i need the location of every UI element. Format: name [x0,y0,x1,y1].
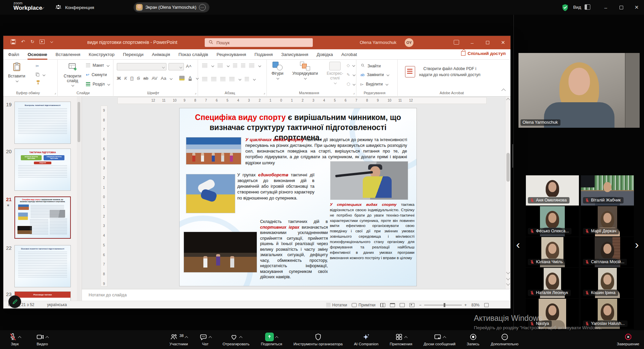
undo-icon[interactable]: ↶ [21,39,25,44]
clear-strike-icon[interactable]: ab [143,76,148,81]
participant-video[interactable]: Аня Омелянова [526,175,579,206]
search-box[interactable] [205,38,313,47]
slide-thumbnail-23[interactable]: Різновиди тактики [14,291,71,301]
toolbar-video[interactable]: Видео [36,333,48,346]
zoom-level[interactable]: 83% [472,303,480,307]
slide-thumbnail-20[interactable]: ТАКТИЧНА ПІДГОТОВКАЗАГАЛЬНА ТАКТИЧНА ПІД… [14,149,71,191]
notes-toggle[interactable]: Нотатки [326,303,347,307]
participant-video[interactable]: Nastya [526,299,579,329]
next-page-chevron[interactable]: › [635,239,639,250]
panel-resize-handle[interactable] [512,144,513,168]
participant-video[interactable]: Yaroslav Halush... [581,299,634,329]
zoom-in-button[interactable]: + [464,303,467,307]
section-button[interactable]: Розділ [86,82,110,86]
char-spacing-button[interactable]: AV [152,76,157,81]
shape-fill-icon[interactable]: ◇ [347,63,355,68]
canvas-scrollbar[interactable] [505,97,510,289]
slide-sorter-button[interactable] [390,303,395,307]
toolbar-host-tools[interactable]: Инструменты организатора [293,333,343,346]
cut-button[interactable]: ✂ [36,64,39,68]
participant-video[interactable]: Юліана Чміль [526,237,579,267]
next-slide-button[interactable] [506,282,510,285]
photo-athletics-runners[interactable] [186,137,241,164]
dialog-launcher-icon[interactable]: ⌟ [195,91,196,95]
strikethrough-button[interactable]: S [137,76,140,81]
tab-Вставлення[interactable]: Вставлення [56,49,81,60]
participant-video[interactable]: Фесько Олекса... [526,206,579,236]
new-slide-button[interactable]: Створити слайд [60,62,85,86]
line-spacing-icon[interactable] [249,64,254,68]
fit-to-window-button[interactable] [484,303,489,307]
ellipsis-icon[interactable]: ⋯ [199,4,206,11]
align-right-icon[interactable] [220,77,226,81]
ppt-restore-button[interactable] [483,39,493,46]
restore-button[interactable] [616,4,626,11]
font-color-icon[interactable]: A [189,75,192,81]
photo-shooter[interactable] [331,162,408,199]
thumbnail-scrollbar[interactable] [77,97,81,301]
participant-video[interactable]: Віталій Жабчик [581,175,634,206]
qat-customize-icon[interactable] [50,40,53,43]
save-icon[interactable] [11,39,16,44]
align-left-icon[interactable] [202,77,207,81]
view-menu[interactable]: Вид [573,5,581,10]
bullets-icon[interactable] [202,64,207,68]
copy-button[interactable] [35,72,45,78]
toolbar-apps[interactable]: Приложения [390,333,412,346]
shape-effects-icon[interactable]: ⬡ [347,82,355,86]
tab-shared-screen[interactable]: Экран (Olena Yarmoschuk) ⋯ [134,2,209,12]
layout-button[interactable]: Макет [86,63,109,68]
replace-button[interactable]: abЗамінити [360,72,389,77]
toolbar-react[interactable]: Отреагировать [222,333,249,346]
change-case-button[interactable]: Aa [161,76,166,81]
close-button[interactable]: ✕ [632,4,642,11]
format-painter-button[interactable] [36,80,41,86]
layout-grid-icon[interactable] [585,4,590,10]
search-input[interactable] [216,40,300,45]
reading-view-button[interactable] [400,303,405,307]
shape-outline-icon[interactable]: ✎ [347,72,355,77]
align-center-icon[interactable] [211,77,216,81]
account-name[interactable]: Olena Yarmoschuk [360,40,396,45]
tab-Переходи[interactable]: Переходи [123,49,143,60]
numbering-icon[interactable] [217,64,223,68]
find-button[interactable]: Знайти [360,63,381,69]
shapes-button[interactable]: Фігури [271,62,283,79]
text-shooting-sports[interactable]: У стрілецьких видах спорту тактика відрі… [330,202,414,260]
toolbar-record[interactable]: Запись [467,333,480,346]
slideshow-button[interactable] [409,303,414,307]
participant-video[interactable]: Світлана Мосій... [581,237,634,267]
text-cyclic-sports[interactable]: У циклічних видах спорту тактичні дії зв… [245,137,407,166]
ppt-minimize-button[interactable]: – [467,39,477,46]
toolbar-end[interactable]: Завершение [617,333,639,346]
annotate-pencil-button[interactable] [8,295,21,308]
ppt-close-button[interactable]: ✕ [498,39,508,46]
photo-basketball[interactable] [184,232,257,272]
quick-styles-button[interactable]: Експрес-стилі [325,62,345,84]
share-document-button[interactable]: Спільний доступ [461,51,506,56]
text-direction-icon[interactable] [245,77,249,81]
participant-video[interactable]: Наталія Леончук [526,268,579,298]
tab-meeting[interactable]: Конференция [55,3,94,12]
slide-thumbnail-19[interactable]: Контроль технічної підготовленості [14,102,71,144]
toolbar-participants[interactable]: 38Участники [169,333,188,346]
toolbar-chat[interactable]: Чат [199,333,211,346]
redo-icon[interactable]: ↻ [31,39,35,44]
increase-font-icon[interactable]: A˄ [186,64,192,69]
toolbar-ai-companion[interactable]: AI Companion [354,333,379,346]
security-shield-icon[interactable] [561,3,569,11]
reset-button[interactable]: ↩Скинути [86,72,107,77]
text-sport-games[interactable]: Складність тактичних дій в спортивних іг… [260,219,328,280]
speaker-video[interactable]: Olena Yarmoschuk [518,53,640,128]
ribbon-options-icon[interactable] [454,40,459,45]
highlight-pen-icon[interactable] [179,76,185,80]
comments-toggle[interactable]: Примітки [352,303,375,307]
language-indicator[interactable]: українська [47,302,67,307]
tab-Довідка[interactable]: Довідка [317,49,333,60]
notes-pane[interactable]: Нотатки до слайда [82,289,510,301]
slide[interactable]: Специфіка виду спорту є вирішальним чинн… [180,108,416,286]
bold-button[interactable]: Ж [117,76,121,81]
previous-slide-button[interactable] [506,276,510,280]
dialog-launcher-icon[interactable]: ⌟ [263,91,265,95]
underline-button[interactable]: П [130,76,134,81]
